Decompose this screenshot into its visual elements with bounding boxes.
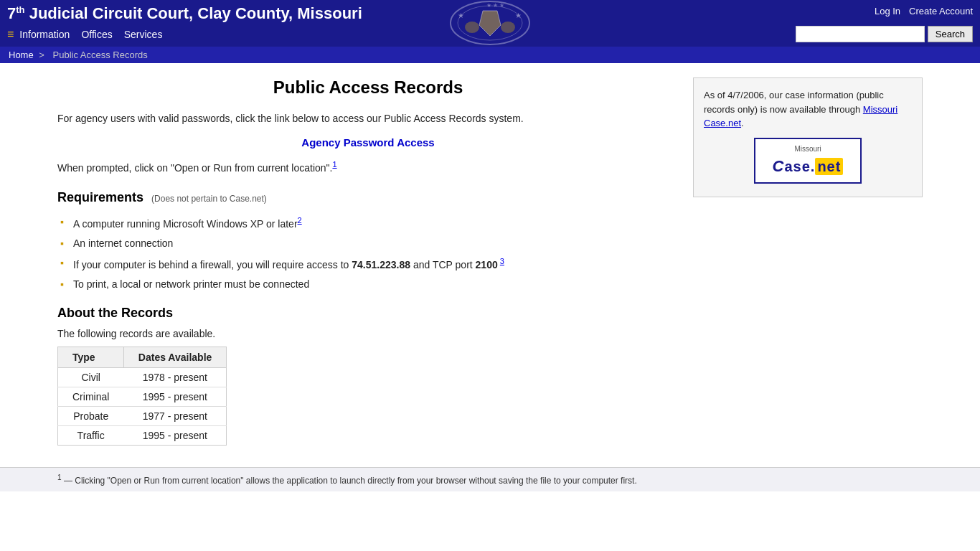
- breadcrumb-home[interactable]: Home: [9, 50, 34, 60]
- search-area: Search: [796, 26, 973, 42]
- footnote-1: 1 — Clicking "Open or Run from current l…: [57, 474, 923, 486]
- records-table: Type Dates Available Civil 1978 - presen…: [57, 347, 227, 446]
- nav-information[interactable]: Information: [19, 29, 70, 40]
- auth-links: Log In Create Account: [875, 4, 973, 17]
- search-input[interactable]: [796, 26, 925, 42]
- table-row: Traffic 1995 - present: [58, 425, 227, 445]
- casenet-logo-small-text: Missouri: [764, 143, 852, 154]
- dates-civil: 1978 - present: [123, 367, 226, 387]
- site-header: 7th Judicial Circuit Court, Clay County,…: [0, 0, 980, 47]
- footnotes-area: 1 — Clicking "Open or Run from current l…: [0, 467, 980, 491]
- col-dates-header: Dates Available: [123, 347, 226, 367]
- records-table-body: Civil 1978 - present Criminal 1995 - pre…: [58, 367, 227, 445]
- dates-traffic: 1995 - present: [123, 425, 226, 445]
- nav-offices[interactable]: Offices: [81, 29, 112, 40]
- breadcrumb-current: Public Access Records: [53, 50, 148, 60]
- sidebar-notice-text: As of 4/7/2006, our case information (pu…: [704, 88, 912, 131]
- requirements-heading: Requirements (Does not pertain to Case.n…: [57, 190, 679, 205]
- casenet-logo-text: Case.net: [773, 159, 844, 174]
- table-row: Criminal 1995 - present: [58, 387, 227, 406]
- create-account-link[interactable]: Create Account: [909, 6, 973, 17]
- content-area: Public Access Records For agency users w…: [57, 77, 679, 446]
- requirements-subtitle: (Does not pertain to Case.net): [151, 194, 267, 204]
- req-item-1: A computer running Microsoft Windows XP …: [57, 212, 679, 234]
- footnote-link-1[interactable]: 1: [332, 160, 336, 169]
- dates-probate: 1977 - present: [123, 406, 226, 425]
- page-title: Public Access Records: [57, 77, 679, 98]
- breadcrumb-separator: >: [39, 50, 44, 60]
- site-title-link[interactable]: 7th Judicial Circuit Court, Clay County,…: [7, 4, 362, 24]
- prompt-text-span: When prompted, click on "Open or Run fro…: [57, 162, 332, 174]
- footnote-link-2[interactable]: 2: [298, 216, 302, 225]
- menu-icon: ≡: [7, 28, 14, 41]
- title-sup: th: [16, 4, 24, 15]
- intro-paragraph: For agency users with valid passwords, c…: [57, 110, 679, 126]
- search-button[interactable]: Search: [928, 26, 973, 42]
- agency-password-link[interactable]: Agency Password Access: [57, 136, 679, 149]
- dates-criminal: 1995 - present: [123, 387, 226, 406]
- req-item-2: An internet connection: [57, 234, 679, 253]
- table-header-row: Type Dates Available: [58, 347, 227, 367]
- casenet-net: net: [815, 158, 843, 175]
- req-item-3: If your computer is behind a firewall, y…: [57, 253, 679, 275]
- title-suffix: Judicial Circuit Court, Clay County, Mis…: [25, 4, 362, 22]
- col-type-header: Type: [58, 347, 124, 367]
- sidebar: As of 4/7/2006, our case information (pu…: [693, 77, 923, 446]
- table-row: Probate 1977 - present: [58, 406, 227, 425]
- title-prefix: 7: [7, 4, 16, 22]
- main-content: Public Access Records For agency users w…: [0, 63, 980, 460]
- type-traffic: Traffic: [58, 425, 124, 445]
- requirements-list: A computer running Microsoft Windows XP …: [57, 212, 679, 293]
- footnote-ref-2: 2: [298, 216, 302, 225]
- req-item-4: To print, a local or network printer mus…: [57, 275, 679, 294]
- prompt-paragraph: When prompted, click on "Open or Run fro…: [57, 159, 679, 176]
- casenet-ase: ase.: [784, 159, 815, 174]
- type-civil: Civil: [58, 367, 124, 387]
- type-probate: Probate: [58, 406, 124, 425]
- table-row: Civil 1978 - present: [58, 367, 227, 387]
- login-link[interactable]: Log In: [875, 6, 900, 17]
- breadcrumb: Home > Public Access Records: [0, 47, 980, 63]
- about-heading: About the Records: [57, 306, 679, 321]
- casenet-c: C: [773, 157, 785, 175]
- footnote-link-3[interactable]: 3: [500, 257, 504, 265]
- footnote-ref-1: 1: [332, 160, 336, 169]
- type-criminal: Criminal: [58, 387, 124, 406]
- footnote-ref-3: 3: [498, 257, 504, 265]
- nav-services[interactable]: Services: [124, 29, 163, 40]
- casenet-logo: Missouri Case.net: [754, 138, 862, 184]
- sidebar-casenet-box: As of 4/7/2006, our case information (pu…: [693, 77, 923, 197]
- about-text: The following records are available.: [57, 328, 679, 339]
- header-top: 7th Judicial Circuit Court, Clay County,…: [0, 0, 980, 25]
